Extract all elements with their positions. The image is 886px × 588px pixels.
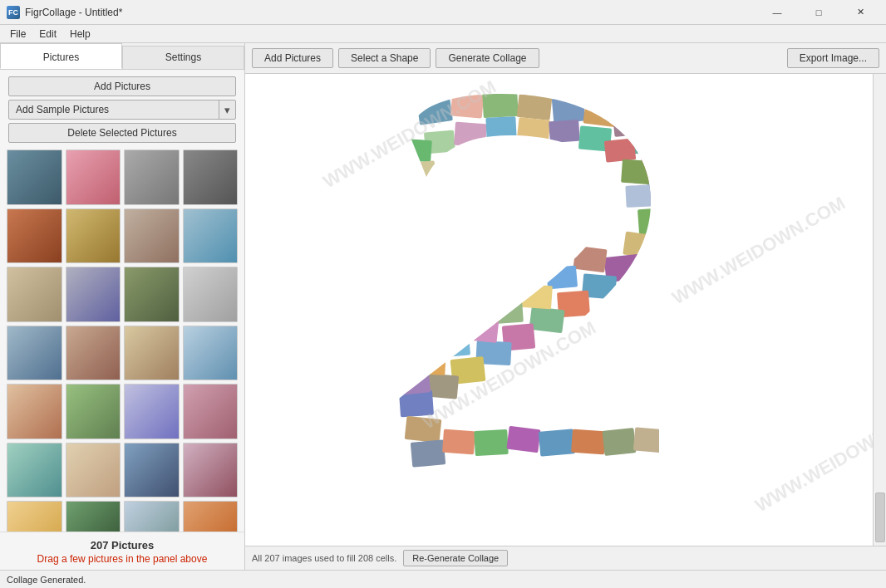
picture-thumbnail[interactable] <box>7 149 62 205</box>
export-image-button[interactable]: Export Image... <box>787 48 879 68</box>
svg-rect-22 <box>404 416 441 443</box>
main-area: Pictures Settings Add Pictures Add Sampl… <box>0 43 886 570</box>
picture-thumbnail[interactable] <box>66 326 121 381</box>
menu-bar: File Edit Help <box>0 25 886 43</box>
picture-thumbnail[interactable] <box>124 267 180 322</box>
svg-rect-25 <box>474 429 509 456</box>
generate-collage-button[interactable]: Generate Collage <box>436 48 539 68</box>
picture-thumbnail[interactable] <box>183 384 239 439</box>
picture-count-number: 207 Pictures <box>8 539 236 551</box>
title-bar-controls[interactable]: — □ ✕ <box>758 0 879 25</box>
svg-rect-16 <box>529 306 564 334</box>
delete-selected-button[interactable]: Delete Selected Pictures <box>8 123 236 143</box>
picture-grid <box>7 149 238 532</box>
canvas-area: WWW.WEIDOWN.COM WWW.WEIDOWN.COM WWW.WEID… <box>245 74 873 546</box>
add-pictures-toolbar-button[interactable]: Add Pictures <box>252 48 333 68</box>
select-shape-button[interactable]: Select a Shape <box>338 48 431 68</box>
picture-thumbnail[interactable] <box>183 501 239 532</box>
picture-thumbnail[interactable] <box>7 384 62 439</box>
panel-buttons: Add Pictures Add Sample Pictures ▾ Delet… <box>0 70 244 146</box>
picture-thumbnail[interactable] <box>7 326 62 381</box>
toolbar: Add Pictures Select a Shape Generate Col… <box>245 43 886 74</box>
menu-edit[interactable]: Edit <box>32 27 63 42</box>
title-bar: FC FigrCollage - Untitled* — □ ✕ <box>0 0 886 25</box>
picture-thumbnail[interactable] <box>183 326 239 381</box>
maximize-button[interactable]: □ <box>800 0 838 25</box>
tab-settings[interactable]: Settings <box>122 46 244 69</box>
picture-grid-container <box>0 146 244 532</box>
picture-thumbnail[interactable] <box>7 443 62 498</box>
canvas-status-text: All 207 images used to fill 208 cells. <box>252 553 396 563</box>
collage-display <box>245 74 873 546</box>
left-panel: Pictures Settings Add Pictures Add Sampl… <box>0 43 245 570</box>
canvas-wrapper: WWW.WEIDOWN.COM WWW.WEIDOWN.COM WWW.WEID… <box>245 74 886 546</box>
svg-rect-3 <box>482 91 519 118</box>
title-bar-left: FC FigrCollage - Untitled* <box>7 6 122 19</box>
picture-thumbnail[interactable] <box>7 208 62 264</box>
picture-thumbnail[interactable] <box>124 501 180 532</box>
picture-thumbnail[interactable] <box>183 149 239 205</box>
picture-count-area: 207 Pictures Drag a few pictures in the … <box>0 532 244 570</box>
picture-thumbnail[interactable] <box>66 149 121 205</box>
app-icon: FC <box>7 6 20 19</box>
svg-rect-4 <box>516 94 552 120</box>
menu-help[interactable]: Help <box>63 27 97 42</box>
picture-drag-hint: Drag a few pictures in the panel above <box>8 553 236 565</box>
add-sample-dropdown-button[interactable]: ▾ <box>219 100 235 119</box>
picture-thumbnail[interactable] <box>66 384 121 439</box>
canvas-status-bar: All 207 images used to fill 208 cells. R… <box>245 546 886 570</box>
svg-rect-26 <box>506 426 540 453</box>
right-scrollbar[interactable] <box>873 74 886 546</box>
picture-thumbnail[interactable] <box>7 501 62 532</box>
picture-thumbnail[interactable] <box>124 384 180 439</box>
close-button[interactable]: ✕ <box>841 0 879 25</box>
collage-svg <box>277 77 842 542</box>
svg-rect-24 <box>442 429 475 455</box>
picture-thumbnail[interactable] <box>7 267 62 322</box>
picture-thumbnail[interactable] <box>66 501 121 532</box>
add-sample-pictures-button[interactable]: Add Sample Pictures <box>9 100 219 119</box>
minimize-button[interactable]: — <box>758 0 796 25</box>
add-sample-wrapper: Add Sample Pictures ▾ <box>8 100 236 120</box>
right-area: Add Pictures Select a Shape Generate Col… <box>245 43 886 570</box>
svg-rect-29 <box>602 428 636 456</box>
menu-file[interactable]: File <box>3 27 32 42</box>
tab-bar: Pictures Settings <box>0 43 244 70</box>
picture-thumbnail[interactable] <box>124 208 180 264</box>
picture-thumbnail[interactable] <box>124 326 180 381</box>
status-bar-text: Collage Generated. <box>7 575 86 585</box>
scrollbar-thumb[interactable] <box>875 492 885 542</box>
picture-thumbnail[interactable] <box>124 149 180 205</box>
status-bar: Collage Generated. <box>0 570 886 588</box>
picture-thumbnail[interactable] <box>183 443 239 498</box>
picture-thumbnail[interactable] <box>66 267 121 322</box>
picture-thumbnail[interactable] <box>183 267 239 322</box>
svg-rect-23 <box>410 439 445 467</box>
svg-rect-35 <box>549 120 580 143</box>
picture-thumbnail[interactable] <box>66 208 121 264</box>
picture-thumbnail[interactable] <box>183 208 239 264</box>
add-pictures-button[interactable]: Add Pictures <box>8 76 236 96</box>
picture-thumbnail[interactable] <box>66 443 121 498</box>
picture-thumbnail[interactable] <box>124 443 180 498</box>
title-text: FigrCollage - Untitled* <box>25 7 122 18</box>
svg-rect-28 <box>571 429 606 455</box>
regenerate-collage-button[interactable]: Re-Generate Collage <box>403 550 508 566</box>
tab-pictures[interactable]: Pictures <box>0 43 122 69</box>
svg-rect-27 <box>538 429 574 457</box>
